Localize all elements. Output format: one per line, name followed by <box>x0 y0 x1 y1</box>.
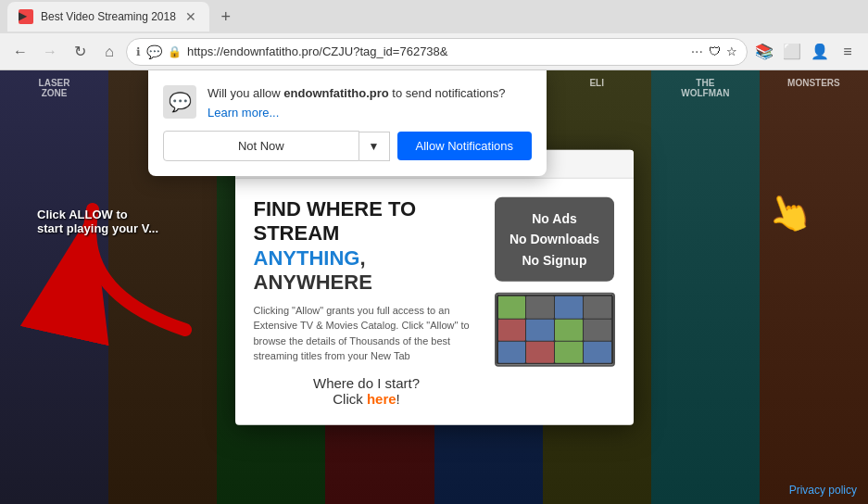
notification-message: Will you allow endownfatitho.pro to send… <box>208 85 505 120</box>
cta-prefix: Click <box>333 390 367 406</box>
poster-laser-zone: LASERZONE <box>0 70 108 504</box>
lock-icon: 🔒 <box>168 45 182 58</box>
poster-label: ELI <box>543 70 651 95</box>
menu-button[interactable]: ≡ <box>835 39 861 65</box>
badge-line1: No Ads <box>509 208 599 229</box>
no-ads-badge: No Ads No Downloads No Signup <box>495 197 614 282</box>
not-now-dropdown-button[interactable]: ▼ <box>359 132 390 161</box>
privacy-policy-link[interactable]: Privacy policy <box>789 484 857 497</box>
website-message-body: FIND WHERE TO STREAM ANYTHING, ANYWHERE … <box>235 179 634 425</box>
tab-close-button[interactable]: ✕ <box>183 9 198 24</box>
badge-line2: No Downloads <box>509 229 599 249</box>
shield-icon: 🛡 <box>709 44 721 58</box>
click-allow-text: Click ALLOW to start playing your V... <box>37 208 158 235</box>
screen-thumb <box>498 342 526 363</box>
poster-wolfman: THEWOLFMAN <box>651 70 760 504</box>
website-message-cta: Where do I start? Click here! <box>254 374 480 406</box>
chat-icon: 💬 <box>146 44 162 59</box>
tab-title: Best Video Streaming 2018 <box>41 10 176 23</box>
screen-thumb <box>555 342 583 363</box>
browser-toolbar: ← → ↻ ⌂ ℹ 💬 🔒 https://endownfatitho.pro/… <box>0 33 868 70</box>
notification-prefix: Will you allow <box>208 86 283 100</box>
website-message-popup: Website Message FIND WHERE TO STREAM ANY… <box>235 150 634 425</box>
notification-popup: 💬 Will you allow endownfatitho.pro to se… <box>148 70 547 176</box>
home-button[interactable]: ⌂ <box>96 39 122 65</box>
account-button[interactable]: 👤 <box>807 39 833 65</box>
forward-button[interactable]: → <box>37 39 63 65</box>
allow-notifications-button[interactable]: Allow Notifications <box>397 132 533 160</box>
tab-favicon: ▶ <box>19 9 33 24</box>
screen-thumb <box>526 319 554 340</box>
back-button[interactable]: ← <box>7 39 33 65</box>
screen-thumb <box>584 296 611 318</box>
browser-frame: ▶ Best Video Streaming 2018 ✕ + ← → ↻ ⌂ … <box>0 0 868 504</box>
not-now-button[interactable]: Not Now <box>163 131 359 161</box>
screen-thumb <box>555 296 583 318</box>
info-icon: ℹ <box>136 45 141 58</box>
poster-label: THEWOLFMAN <box>651 70 760 106</box>
anything-text: ANYTHING <box>254 246 360 270</box>
screen-thumb <box>526 342 554 363</box>
browser-tab[interactable]: ▶ Best Video Streaming 2018 ✕ <box>7 2 209 32</box>
heading-line1: FIND WHERE TO STREAM <box>254 197 480 246</box>
website-message-description: Clicking "Allow" grants you full access … <box>254 302 480 363</box>
content-area: LASERZONE DATENIGHT GREENZONE TRON ELI T… <box>0 70 868 504</box>
badge-line3: No Signup <box>509 250 599 271</box>
cta-suffix: ! <box>396 390 400 406</box>
library-button[interactable]: 📚 <box>751 39 777 65</box>
screen-thumb <box>498 296 526 318</box>
here-link[interactable]: here <box>367 390 396 406</box>
toolbar-right: 📚 ⬜ 👤 ≡ <box>751 39 861 65</box>
cta-line1: Where do I start? <box>254 374 480 390</box>
notification-buttons: Not Now ▼ Allow Notifications <box>163 131 532 161</box>
screen-thumb <box>584 342 611 363</box>
poster-monsters: MONSTERS <box>760 70 868 504</box>
bookmark-icon[interactable]: ☆ <box>726 44 737 58</box>
website-message-right: No Ads No Downloads No Signup <box>495 197 615 407</box>
cta-line2: Click here! <box>254 390 480 406</box>
screen-thumb <box>555 319 583 340</box>
more-options-icon[interactable]: ··· <box>691 44 703 60</box>
website-message-left: FIND WHERE TO STREAM ANYTHING, ANYWHERE … <box>254 197 480 407</box>
notification-text: Will you allow endownfatitho.pro to send… <box>208 85 505 102</box>
notification-suffix: to send notifications? <box>389 86 506 100</box>
screen-mockup <box>495 293 615 367</box>
address-bar[interactable]: ℹ 💬 🔒 https://endownfatitho.pro/CZJU?tag… <box>126 38 748 66</box>
url-text[interactable]: https://endownfatitho.pro/CZJU?tag_id=76… <box>187 44 686 58</box>
tab-bar: ▶ Best Video Streaming 2018 ✕ + <box>0 0 868 33</box>
notification-header: 💬 Will you allow endownfatitho.pro to se… <box>163 85 532 120</box>
heading-line2: ANYTHING, ANYWHERE <box>254 246 480 296</box>
refresh-button[interactable]: ↻ <box>67 39 93 65</box>
screen-thumbnails <box>497 295 613 365</box>
notification-domain: endownfatitho.pro <box>283 86 388 100</box>
poster-label: LASERZONE <box>0 70 108 106</box>
website-message-heading: FIND WHERE TO STREAM ANYTHING, ANYWHERE <box>254 197 480 296</box>
tab-overview-button[interactable]: ⬜ <box>779 39 805 65</box>
notification-chat-icon: 💬 <box>163 85 196 119</box>
screen-thumb <box>498 319 526 340</box>
new-tab-button[interactable]: + <box>213 4 239 30</box>
poster-label: MONSTERS <box>760 70 868 95</box>
screen-thumb <box>526 296 554 318</box>
learn-more-link[interactable]: Learn more... <box>208 106 505 120</box>
screen-thumb <box>584 319 611 340</box>
